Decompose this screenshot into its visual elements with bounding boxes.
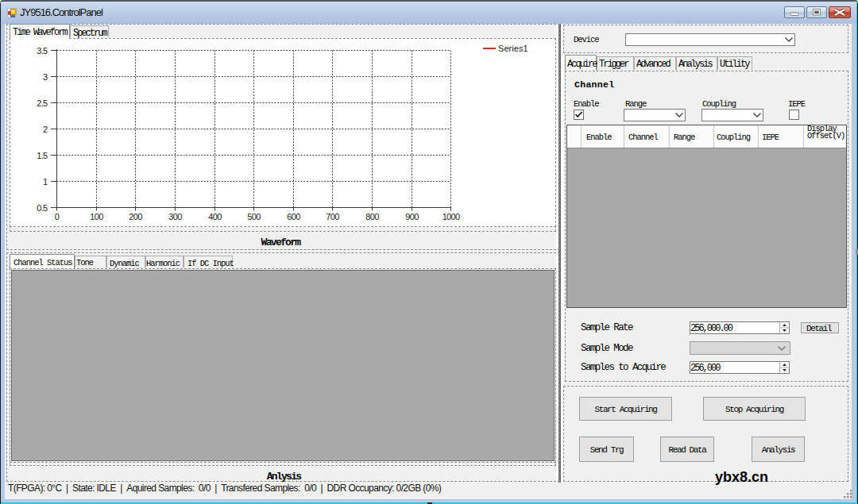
svg-text:800: 800 [365, 212, 379, 221]
svg-text:900: 900 [405, 212, 419, 221]
svg-text:2: 2 [43, 125, 48, 134]
svg-text:2.5: 2.5 [37, 98, 48, 108]
svg-text:0: 0 [55, 212, 60, 221]
svg-text:500: 500 [247, 212, 261, 221]
svg-text:1.5: 1.5 [37, 151, 48, 160]
svg-text:700: 700 [326, 212, 339, 221]
svg-text:400: 400 [208, 212, 222, 221]
svg-text:1: 1 [43, 177, 48, 187]
svg-text:Series1: Series1 [498, 44, 528, 53]
svg-text:600: 600 [287, 212, 300, 221]
svg-text:200: 200 [129, 212, 142, 221]
svg-text:0.5: 0.5 [37, 203, 48, 213]
svg-text:1000: 1000 [443, 212, 460, 221]
svg-text:3.5: 3.5 [37, 46, 48, 56]
svg-text:300: 300 [168, 212, 182, 221]
svg-text:3: 3 [43, 72, 48, 82]
svg-text:100: 100 [90, 212, 103, 221]
